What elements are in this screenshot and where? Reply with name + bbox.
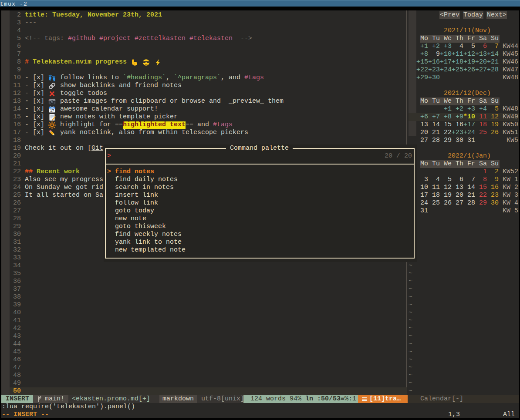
svg-text:17: 17 bbox=[50, 109, 54, 113]
